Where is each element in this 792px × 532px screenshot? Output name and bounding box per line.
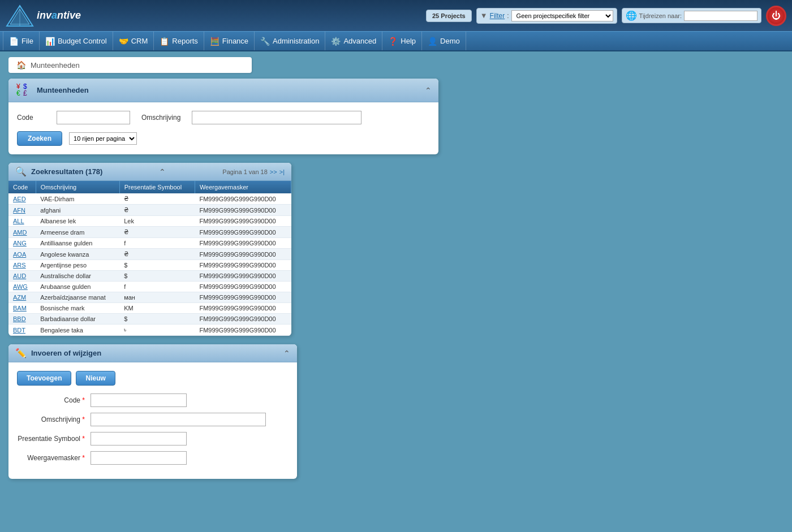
- cell-masker: FM999G999G999G990D00: [195, 216, 291, 227]
- cell-symbool: Lek: [119, 216, 195, 227]
- nav-item-budget-control[interactable]: 📊 Budget Control: [40, 32, 113, 50]
- table-row: BAM Bosnische mark KM FM999G999G999G990D…: [8, 303, 291, 314]
- cell-code[interactable]: BBD: [8, 314, 36, 325]
- code-required: *: [82, 396, 85, 404]
- col-symbool: Presentatie Symbool: [119, 181, 195, 193]
- cell-symbool: KM: [119, 303, 195, 314]
- filter-select[interactable]: Geen projectspecifiek filter: [511, 10, 613, 21]
- nav-label-crm: CRM: [131, 37, 148, 45]
- travel-label: Tijdreizen naar:: [639, 12, 682, 19]
- nav-item-finance[interactable]: 🧮 Finance: [204, 32, 255, 50]
- top-right-controls: 25 Projects ▼ Filter : Geen projectspeci…: [426, 0, 786, 31]
- last-page-link[interactable]: >|: [279, 168, 285, 175]
- advanced-icon: ⚙️: [331, 37, 341, 46]
- table-row: ANG Antilliaanse gulden f FM999G999G999G…: [8, 238, 291, 249]
- cell-code[interactable]: AUD: [8, 271, 36, 282]
- table-row: AFN afghani ₴ FM999G999G999G990D00: [8, 205, 291, 216]
- edit-omschrijving-input[interactable]: [91, 413, 266, 426]
- administration-icon: 🔧: [260, 37, 270, 46]
- svg-text:£: £: [23, 89, 27, 96]
- help-icon: ❓: [388, 37, 398, 46]
- cell-masker: FM999G999G999G990D00: [195, 325, 291, 336]
- cell-code[interactable]: AOA: [8, 249, 36, 260]
- cell-code[interactable]: ALL: [8, 216, 36, 227]
- table-header-row: Code Omschrijving Presentatie Symbool We…: [8, 181, 291, 193]
- cell-code[interactable]: BAM: [8, 303, 36, 314]
- cell-omschrijving: Argentijnse peso: [36, 260, 119, 271]
- edit-masker-input[interactable]: [91, 451, 187, 465]
- power-button[interactable]: ⏻: [766, 6, 786, 26]
- nav-item-administration[interactable]: 🔧 Administration: [255, 32, 325, 50]
- edit-omschrijving-row: Omschrijving *: [17, 413, 289, 426]
- reports-icon: 📋: [160, 37, 169, 46]
- cell-omschrijving: Arubaanse gulden: [36, 282, 119, 292]
- cell-code[interactable]: BDT: [8, 325, 36, 336]
- cell-code[interactable]: AWG: [8, 282, 36, 292]
- cell-symbool: f: [119, 238, 195, 249]
- nav-item-help[interactable]: ❓ Help: [382, 32, 422, 50]
- search-form-row: Code Omschrijving: [17, 111, 430, 124]
- omschrijving-label: Omschrijving: [141, 114, 180, 122]
- search-panel-collapse[interactable]: ⌃: [425, 86, 432, 95]
- edit-panel-icon: ✏️: [15, 348, 27, 358]
- logo-icon: [6, 5, 34, 27]
- new-button[interactable]: Nieuw: [76, 371, 115, 386]
- edit-code-input[interactable]: [91, 393, 187, 407]
- cell-symbool: $: [119, 314, 195, 325]
- finance-icon: 🧮: [210, 37, 219, 46]
- cell-code[interactable]: AMD: [8, 227, 36, 238]
- cell-symbool: ₴: [119, 193, 195, 205]
- cell-omschrijving: Bosnische mark: [36, 303, 119, 314]
- omschrijving-input[interactable]: [192, 111, 361, 124]
- results-panel-collapse[interactable]: ⌃: [159, 167, 166, 176]
- cell-code[interactable]: ANG: [8, 238, 36, 249]
- cell-code[interactable]: AFN: [8, 205, 36, 216]
- edit-code-row: Code *: [17, 393, 289, 407]
- cell-masker: FM999G999G999G990D00: [195, 314, 291, 325]
- nav-label-file: File: [21, 37, 33, 45]
- cell-code[interactable]: AED: [8, 193, 36, 205]
- edit-symbool-label: Presentatie Symbool *: [17, 435, 85, 443]
- nav-item-file[interactable]: 📄 File: [3, 32, 40, 50]
- code-label: Code: [17, 114, 45, 122]
- code-input[interactable]: [57, 111, 130, 124]
- breadcrumb-label: Munteenheden: [31, 61, 80, 70]
- logo-text: invantive: [37, 10, 81, 21]
- top-bar: invantive 25 Projects ▼ Filter : Geen pr…: [0, 0, 792, 31]
- nav-item-advanced[interactable]: ⚙️ Advanced: [325, 32, 382, 50]
- nav-label-reports: Reports: [172, 37, 198, 45]
- nav-item-crm[interactable]: 🤝 CRM: [113, 32, 154, 50]
- demo-icon: 👤: [428, 37, 437, 46]
- cell-masker: FM999G999G999G990D00: [195, 193, 291, 205]
- rows-per-page-select[interactable]: 10 rijen per pagina 25 rijen per pagina …: [69, 132, 137, 145]
- nav-label-finance: Finance: [222, 37, 248, 45]
- cell-symbool: ৳: [119, 325, 195, 336]
- table-row: AWG Arubaanse gulden f FM999G999G999G990…: [8, 282, 291, 292]
- cell-code[interactable]: AZM: [8, 292, 36, 303]
- cell-masker: FM999G999G999G990D00: [195, 205, 291, 216]
- nav-label-advanced: Advanced: [343, 37, 376, 45]
- nav-label-demo: Demo: [440, 37, 460, 45]
- edit-panel-collapse[interactable]: ⌃: [283, 349, 290, 358]
- search-panel-body: Code Omschrijving Zoeken 10 rijen per pa…: [8, 102, 438, 154]
- content-area: 🏠 Munteenheden ¥ $ € £ Munteenheden ⌃ Co…: [0, 51, 792, 485]
- cell-code[interactable]: ARS: [8, 260, 36, 271]
- filter-link[interactable]: Filter: [490, 12, 505, 20]
- add-button[interactable]: Toevoegen: [17, 371, 71, 386]
- nav-item-reports[interactable]: 📋 Reports: [154, 32, 204, 50]
- search-button[interactable]: Zoeken: [17, 131, 62, 146]
- edit-symbool-input[interactable]: [91, 432, 187, 446]
- edit-panel-header[interactable]: ✏️ Invoeren of wijzigen ⌃: [8, 344, 297, 362]
- filter-area: ▼ Filter : Geen projectspecifiek filter: [476, 8, 617, 24]
- edit-masker-label: Weergavemasker *: [17, 454, 85, 462]
- cell-masker: FM999G999G999G990D00: [195, 292, 291, 303]
- nav-item-demo[interactable]: 👤 Demo: [422, 32, 466, 50]
- search-panel-header[interactable]: ¥ $ € £ Munteenheden ⌃: [8, 79, 438, 102]
- next-page-link[interactable]: >>: [270, 168, 277, 175]
- table-row: BDT Bengalese taka ৳ FM999G999G999G990D0…: [8, 325, 291, 336]
- cell-omschrijving: Bengalese taka: [36, 325, 119, 336]
- travel-input[interactable]: [684, 11, 757, 21]
- search-panel: ¥ $ € £ Munteenheden ⌃ Code Omschrijving…: [8, 79, 438, 154]
- cell-omschrijving: VAE-Dirham: [36, 193, 119, 205]
- results-panel: 🔍 Zoekresultaten (178) ⌃ Pagina 1 van 18…: [8, 163, 291, 336]
